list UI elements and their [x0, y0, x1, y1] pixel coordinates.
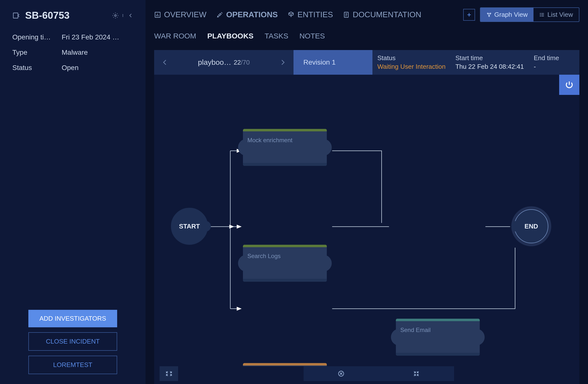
- svg-point-17: [489, 16, 490, 17]
- meta-row-type: Type Malware: [12, 49, 133, 57]
- graph-view-button[interactable]: Graph View: [481, 8, 533, 21]
- list-icon: [539, 12, 545, 18]
- port-out: [206, 221, 211, 232]
- header-actions: [112, 12, 133, 19]
- sidebar-buttons: ADD INVESTIGATORS CLOSE INCIDENT LOREMTE…: [12, 310, 133, 374]
- meta-row-status: Status Open: [12, 64, 133, 72]
- add-button[interactable]: [463, 9, 475, 21]
- collapse-icon[interactable]: [128, 12, 133, 19]
- port-in: [238, 255, 246, 272]
- port-in: [238, 139, 246, 156]
- tab-entities[interactable]: ENTITIES: [288, 8, 333, 22]
- top-tabs: OVERVIEW OPERATIONS ENTITIES: [154, 7, 579, 22]
- tab-overview[interactable]: OVERVIEW: [154, 8, 207, 22]
- playbook-meta: Status Waiting User Interaction Start ti…: [372, 50, 579, 75]
- footer-center: [304, 366, 454, 381]
- meta-value: Open: [62, 64, 133, 72]
- close-incident-button[interactable]: CLOSE INCIDENT: [28, 332, 117, 351]
- tab-playbooks[interactable]: PLAYBOOKS: [208, 29, 253, 43]
- playbook-panel: playboo… 22/70 Revision 1 Status Waiting…: [154, 50, 579, 384]
- playbook-nav: playboo… 22/70: [154, 50, 294, 75]
- svg-marker-30: [237, 225, 242, 229]
- meta-value: Malware: [62, 49, 133, 57]
- collapse-button[interactable]: [379, 366, 454, 381]
- chevron-left-icon[interactable]: [162, 58, 168, 67]
- tab-label: OPERATIONS: [226, 10, 278, 19]
- svg-point-22: [540, 15, 541, 15]
- meta-label: Opening ti…: [12, 33, 62, 41]
- svg-point-21: [540, 13, 541, 14]
- meta-status: Status Waiting User Interaction: [377, 54, 445, 70]
- sidebar-header: SB-60753: [12, 10, 133, 21]
- meta-row-opening: Opening ti… Fri 23 Feb 2024 …: [12, 33, 133, 41]
- fit-view-button[interactable]: [160, 366, 178, 381]
- svg-marker-25: [229, 225, 234, 229]
- gear-icon[interactable]: [112, 12, 119, 19]
- sub-tabs: WAR ROOM PLAYBOOKS TASKS NOTES: [154, 29, 579, 43]
- tab-documentation[interactable]: DOCUMENTATION: [343, 8, 421, 22]
- node-send-email[interactable]: Send Email: [396, 319, 480, 356]
- playbook-header: playboo… 22/70 Revision 1 Status Waiting…: [154, 50, 579, 75]
- node-mock-enrichment[interactable]: Mock enrichment: [243, 129, 327, 166]
- revision-pill[interactable]: Revision 1: [294, 50, 372, 75]
- svg-point-3: [123, 15, 123, 16]
- tab-operations[interactable]: OPERATIONS: [216, 8, 278, 22]
- svg-point-1: [115, 15, 116, 16]
- tab-notes[interactable]: NOTES: [299, 29, 325, 43]
- tab-tasks[interactable]: TASKS: [265, 29, 288, 43]
- view-toggle: Graph View List View: [480, 7, 579, 22]
- port-out: [323, 255, 332, 272]
- svg-point-4: [123, 16, 123, 17]
- node-search-logs[interactable]: Search Logs: [243, 245, 327, 282]
- tab-war-room[interactable]: WAR ROOM: [154, 29, 196, 43]
- kebab-icon[interactable]: [122, 12, 125, 19]
- meta-value: Fri 23 Feb 2024 …: [62, 33, 133, 41]
- node-start[interactable]: START: [171, 208, 208, 245]
- view-label: Graph View: [494, 11, 527, 19]
- meta-end: End time -: [534, 54, 559, 70]
- port-out: [323, 139, 332, 156]
- playbook-footer: [154, 366, 579, 384]
- meta-label: Status: [12, 64, 62, 72]
- port-out: [476, 329, 485, 345]
- main: OVERVIEW OPERATIONS ENTITIES: [146, 0, 588, 384]
- chevron-right-icon[interactable]: [279, 58, 286, 67]
- svg-marker-32: [237, 307, 242, 311]
- documentation-icon: [343, 11, 350, 18]
- tab-label: ENTITIES: [297, 10, 333, 19]
- entities-icon: [288, 11, 294, 18]
- port-in: [511, 221, 517, 232]
- revision-label: Revision 1: [303, 59, 336, 66]
- playbook-name: playboo…: [198, 58, 231, 66]
- list-view-button[interactable]: List View: [533, 8, 579, 21]
- operations-icon: [216, 11, 223, 18]
- meta-start: Start time Thu 22 Feb 24 08:42:41: [455, 54, 524, 70]
- svg-point-23: [540, 16, 541, 16]
- port-in: [391, 329, 399, 345]
- tab-label: OVERVIEW: [164, 10, 207, 19]
- flow-canvas[interactable]: START Mock enrichment Search Logs task: [154, 75, 579, 366]
- view-label: List View: [547, 11, 573, 19]
- overview-icon: [154, 11, 161, 18]
- cancel-run-button[interactable]: [304, 366, 379, 381]
- add-investigators-button[interactable]: ADD INVESTIGATORS: [28, 310, 117, 327]
- loremtest-button[interactable]: LOREMTEST: [28, 356, 117, 374]
- sidebar: SB-60753 Opening ti… Fri 23 Feb 202: [0, 0, 146, 384]
- playbook-count: 22/70: [234, 59, 250, 66]
- meta-label: Type: [12, 49, 62, 57]
- incident-id: SB-60753: [25, 10, 107, 21]
- graph-icon: [486, 12, 492, 18]
- tab-label: DOCUMENTATION: [353, 10, 421, 19]
- node-task[interactable]: task: [243, 363, 327, 366]
- back-icon[interactable]: [12, 12, 20, 20]
- svg-rect-0: [13, 13, 18, 18]
- svg-point-2: [123, 14, 123, 15]
- node-end[interactable]: END: [514, 209, 548, 243]
